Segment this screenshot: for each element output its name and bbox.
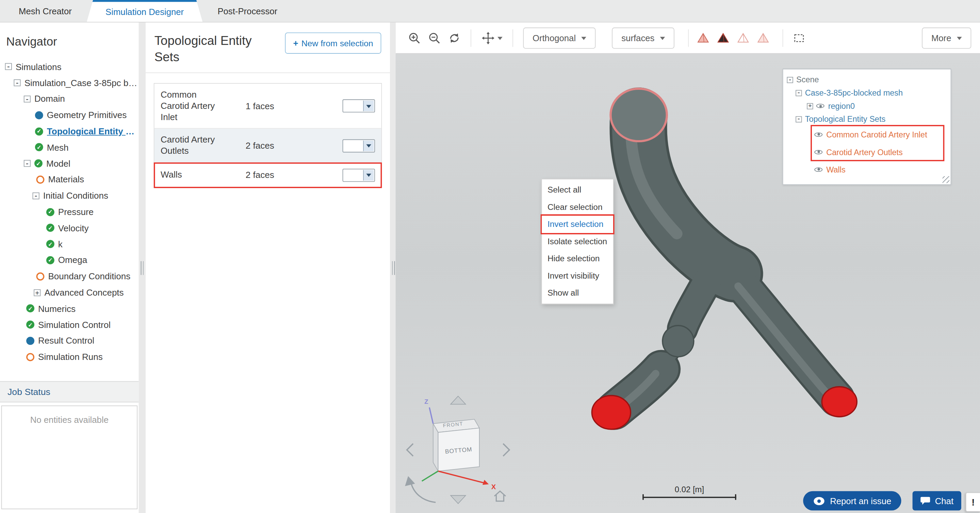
scene-panel-resize-handle[interactable]	[943, 176, 950, 183]
nav-item-label: Simulation Runs	[38, 352, 103, 362]
chevron-down-icon[interactable]	[363, 101, 374, 111]
mesh-quality-button-2[interactable]	[715, 28, 732, 48]
inlet-face-highlight	[611, 89, 667, 141]
mesh-quality-button-3[interactable]	[735, 28, 751, 48]
tab-simulation-designer[interactable]: Simulation Designer	[87, 0, 202, 22]
expand-icon[interactable]	[807, 103, 813, 109]
nav-item-k[interactable]: k	[0, 236, 139, 252]
context-menu-item-select-all[interactable]: Select all	[542, 181, 613, 199]
nav-item-domain[interactable]: Domain	[0, 91, 139, 107]
nav-item-label: Topological Entity Sets	[47, 126, 139, 136]
nav-item-mesh[interactable]: Mesh	[0, 140, 139, 156]
scene-item-label: Carotid Artery Outlets	[826, 147, 903, 157]
roll-arrow[interactable]	[411, 481, 436, 502]
nav-item-boundary-conditions[interactable]: Boundary Conditions	[0, 268, 139, 284]
collapse-icon[interactable]	[787, 76, 793, 83]
nav-item-materials[interactable]: Materials	[0, 172, 139, 187]
entity-set-row-carotid-artery-outlets[interactable]: Carotid Artery Outlets 2 faces	[154, 129, 382, 163]
scene-item-common-carotid-artery-inlet[interactable]: Common Carotid Artery Inlet	[783, 125, 950, 143]
collapse-icon[interactable]	[14, 79, 21, 86]
mesh-quality-button-4[interactable]	[755, 28, 772, 48]
3d-viewport[interactable]: Select all Clear selection Invert select…	[396, 54, 980, 513]
tab-mesh-creator[interactable]: Mesh Creator	[4, 0, 87, 22]
nav-item-advanced-concepts[interactable]: Advanced Concepts	[0, 284, 139, 300]
home-view-icon[interactable]	[495, 491, 506, 501]
box-select-button[interactable]	[789, 28, 810, 48]
collapse-icon[interactable]	[33, 192, 40, 199]
chevron-down-icon[interactable]	[363, 170, 374, 180]
nav-item-model[interactable]: Model	[0, 156, 139, 172]
rotate-down-arrow[interactable]	[450, 496, 466, 504]
zoom-out-button[interactable]	[424, 28, 444, 48]
nav-item-omega[interactable]: Omega	[0, 252, 139, 268]
more-dropdown[interactable]: More	[922, 27, 971, 48]
panel-divider	[390, 22, 396, 513]
visibility-eye-icon[interactable]	[814, 130, 822, 138]
scene-item-carotid-artery-outlets[interactable]: Carotid Artery Outlets	[783, 143, 950, 160]
rotate-left-arrow[interactable]	[407, 444, 413, 456]
scene-item-topological-entity-sets[interactable]: Topological Entity Sets	[783, 113, 950, 126]
context-menu-item-isolate-selection[interactable]: Isolate selection	[542, 233, 613, 250]
entity-set-row-common-carotid-artery-inlet[interactable]: Common Carotid Artery Inlet 1 faces	[154, 84, 382, 129]
nav-item-pressure[interactable]: Pressure	[0, 204, 139, 220]
entity-set-dropdown[interactable]	[343, 168, 375, 182]
pan-tool-button[interactable]	[477, 28, 506, 48]
tab-post-processor[interactable]: Post-Processor	[202, 0, 292, 22]
chevron-down-icon[interactable]	[363, 140, 374, 151]
projection-dropdown[interactable]: Orthogonal	[523, 27, 596, 48]
orientation-cube[interactable]: FRONT BOTTOM X Z	[403, 392, 522, 507]
nav-item-topological-entity-sets[interactable]: Topological Entity Sets	[0, 123, 139, 139]
scene-item-scene[interactable]: Scene	[783, 73, 950, 86]
zoom-in-button[interactable]	[404, 28, 424, 48]
nav-item-simulation-control[interactable]: Simulation Control	[0, 317, 139, 333]
chat-button[interactable]: Chat	[913, 491, 961, 511]
context-menu-item-show-all[interactable]: Show all	[542, 284, 613, 302]
nav-item-simulation-runs[interactable]: Simulation Runs	[0, 349, 139, 365]
nav-item-result-control[interactable]: Result Control	[0, 333, 139, 349]
context-menu-item-invert-selection[interactable]: Invert selection	[542, 216, 613, 233]
collapse-icon[interactable]	[5, 63, 12, 70]
simulation-tree: Simulations Simulation_Case 3-85pc blo..…	[0, 59, 139, 365]
collapse-icon[interactable]	[795, 116, 802, 122]
new-from-selection-button[interactable]: +New from selection	[285, 33, 382, 54]
chevron-down-icon	[582, 37, 587, 42]
nav-item-simulations[interactable]: Simulations	[0, 59, 139, 75]
cube-side-face[interactable]	[433, 424, 438, 471]
entity-set-face-count: 2 faces	[226, 170, 342, 180]
scene-item-mesh[interactable]: Case-3-85pc-blocked mesh	[783, 86, 950, 99]
incomplete-icon	[37, 272, 45, 280]
nav-item-numerics[interactable]: Numerics	[0, 300, 139, 316]
panel-resize-handle[interactable]	[140, 261, 143, 275]
scene-item-walls[interactable]: Walls	[783, 160, 950, 178]
nav-item-label: Result Control	[38, 336, 94, 346]
incomplete-icon	[26, 353, 34, 361]
nav-item-geometry-primitives[interactable]: Geometry Primitives	[0, 107, 139, 123]
context-menu-item-invert-visibility[interactable]: Invert visibility	[542, 267, 613, 284]
rotate-right-arrow[interactable]	[503, 444, 509, 456]
collapse-icon[interactable]	[24, 160, 30, 167]
mesh-quality-button-1[interactable]	[695, 28, 711, 48]
scene-item-region0[interactable]: region0	[783, 99, 950, 113]
nav-item-initial-conditions[interactable]: Initial Conditions	[0, 188, 139, 204]
nav-item-simulation-case[interactable]: Simulation_Case 3-85pc blo...	[0, 75, 139, 91]
nav-item-label: Domain	[34, 94, 65, 104]
job-status-header[interactable]: Job Status	[0, 381, 139, 402]
collapse-icon[interactable]	[795, 90, 802, 96]
render-mode-dropdown[interactable]: surfaces	[612, 27, 675, 48]
visibility-eye-icon[interactable]	[816, 102, 824, 110]
expand-icon[interactable]	[34, 289, 40, 296]
visibility-eye-icon[interactable]	[814, 148, 822, 156]
nav-item-velocity[interactable]: Velocity	[0, 220, 139, 236]
refresh-view-button[interactable]	[444, 28, 465, 48]
visibility-eye-icon[interactable]	[814, 165, 822, 173]
rotate-up-arrow[interactable]	[450, 396, 466, 404]
collapse-icon[interactable]	[24, 95, 30, 102]
report-issue-button[interactable]: Report an issue	[803, 491, 901, 511]
panel-resize-handle[interactable]	[392, 261, 395, 275]
entity-set-dropdown[interactable]	[343, 99, 375, 113]
entity-set-row-walls[interactable]: Walls 2 faces	[154, 163, 382, 187]
notification-alert-button[interactable]: !	[966, 492, 980, 511]
context-menu-item-hide-selection[interactable]: Hide selection	[542, 250, 613, 267]
entity-set-dropdown[interactable]	[343, 139, 375, 152]
context-menu-item-clear-selection[interactable]: Clear selection	[542, 199, 613, 216]
